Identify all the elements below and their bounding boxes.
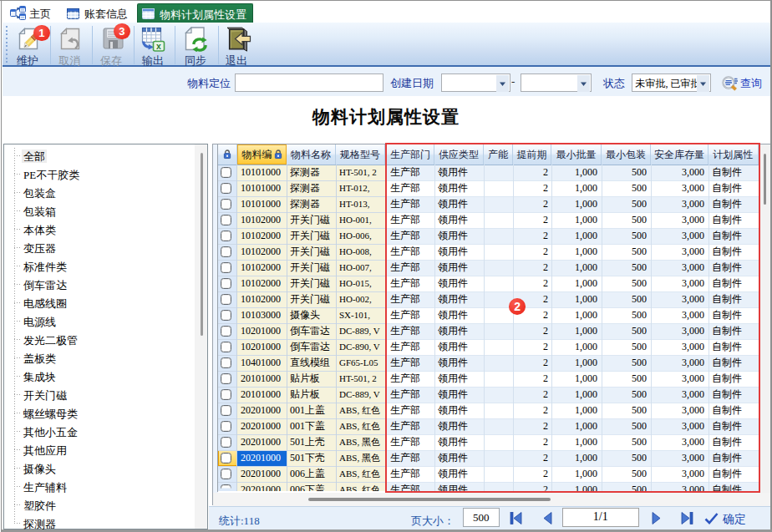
svg-text:x: x (156, 41, 161, 51)
